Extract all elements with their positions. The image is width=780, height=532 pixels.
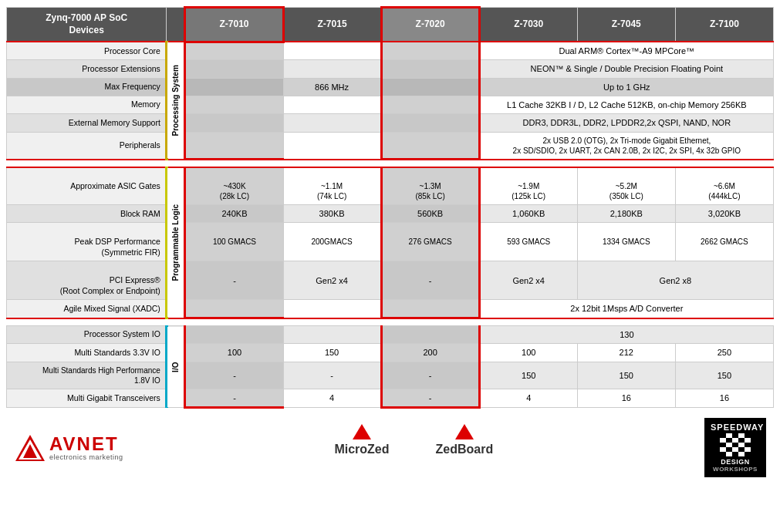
svg-rect-11	[732, 438, 738, 443]
svg-rect-16	[732, 443, 738, 447]
svg-rect-18	[745, 443, 751, 447]
speedway-flag	[711, 433, 760, 456]
pci-z7010: -	[185, 261, 283, 300]
row-asic: Approximate ASIC Gates Programmable Logi…	[7, 167, 774, 205]
pe-z7020	[381, 60, 479, 78]
pe-z7010	[185, 60, 283, 78]
pe-span: NEON™ & Single / Double Precision Floati…	[479, 60, 773, 78]
mf-z7010	[185, 78, 283, 96]
bram-z7045: 2,180KB	[577, 205, 675, 223]
label-mshp: Multi Standards High Performance 1.8V IO	[7, 362, 167, 389]
bram-z7100: 3,020KB	[675, 205, 773, 223]
mf-z7020	[381, 78, 479, 96]
row-ms33: Multi Standards 3.3V IO 100 150 200 100 …	[7, 344, 774, 362]
asic-z7015: ~1.1M (74k LC)	[283, 167, 381, 205]
psio-z7010	[185, 326, 283, 344]
svg-rect-21	[732, 447, 738, 452]
svg-rect-22	[738, 447, 745, 452]
dsp-z7100: 2662 GMACS	[675, 223, 773, 261]
ms33-z7020: 200	[381, 344, 479, 362]
spacer-row-1	[7, 160, 774, 168]
row-ext-mem: External Memory Support DDR3, DDR3L, DDR…	[7, 114, 774, 132]
header-z7010: Z-7010	[185, 8, 283, 42]
svg-rect-5	[726, 433, 732, 438]
svg-rect-15	[726, 443, 732, 447]
avnet-sub: electronics marketing	[49, 453, 123, 461]
dsp-z7015: 200GMACS	[283, 223, 381, 261]
svg-rect-17	[738, 443, 745, 447]
footer: AVNET electronics marketing MicroZed Zed…	[6, 412, 774, 480]
per-z7015	[283, 132, 381, 160]
design-text: DESIGN	[711, 458, 760, 466]
header-z7045: Z-7045	[577, 8, 675, 42]
row-max-freq: Max Frequency 866 MHz Up to 1 GHz	[7, 78, 774, 96]
svg-rect-10	[726, 438, 732, 443]
avnet-text: AVNET	[49, 435, 123, 453]
row-peripherals: Peripherals 2x USB 2.0 (OTG), 2x Tri-mod…	[7, 132, 774, 160]
row-mgt: Multi Gigabit Transceivers - 4 - 4 16 16	[7, 389, 774, 407]
label-xadc: Agile Mixed Signal (XADC)	[7, 300, 167, 318]
section-label-pl: Programmable Logic	[167, 167, 185, 318]
svg-rect-6	[732, 433, 738, 438]
svg-rect-23	[745, 447, 751, 452]
mshp-z7010: -	[185, 362, 283, 389]
header-z7015: Z-7015	[283, 8, 381, 42]
dsp-z7030: 593 GMACS	[479, 223, 577, 261]
microzed-label: MicroZed	[334, 424, 389, 456]
section-label-ps: Processing System	[167, 42, 185, 159]
pc-z7020	[381, 42, 479, 60]
row-bram: Block RAM 240KB 380KB 560KB 1,060KB 2,18…	[7, 205, 774, 223]
asic-z7100: ~6.6M (444kLC)	[675, 167, 773, 205]
per-z7010	[185, 132, 283, 160]
xadc-z7020	[381, 300, 479, 318]
label-memory: Memory	[7, 96, 167, 114]
label-proc-sys-io: Processor System IO	[7, 326, 167, 344]
mem-span: L1 Cache 32KB I / D, L2 Cache 512KB, on-…	[479, 96, 773, 114]
pc-span: Dual ARM® Cortex™-A9 MPCore™	[479, 42, 773, 60]
svg-rect-19	[720, 447, 726, 452]
pe-z7015	[283, 60, 381, 78]
svg-rect-14	[720, 443, 726, 447]
mem-z7015	[283, 96, 381, 114]
em-z7020	[381, 114, 479, 132]
mf-z7015: 866 MHz	[283, 78, 381, 96]
per-z7020	[381, 132, 479, 160]
header-device: Zynq-7000 AP SoC Devices	[7, 8, 167, 42]
svg-rect-24	[720, 452, 726, 456]
svg-rect-26	[732, 452, 738, 456]
mgt-z7030: 4	[479, 389, 577, 407]
label-proc-core: Processor Core	[7, 42, 167, 60]
row-dsp: Peak DSP Performance (Symmetric FIR) 100…	[7, 223, 774, 261]
pci-z7020: -	[381, 261, 479, 300]
bram-z7010: 240KB	[185, 205, 283, 223]
checkered-flag-icon	[720, 433, 751, 456]
bram-z7020: 560KB	[381, 205, 479, 223]
mshp-z7030: 150	[479, 362, 577, 389]
psio-z7020	[381, 326, 479, 344]
row-proc-ext: Processor Extensions NEON™ & Single / Do…	[7, 60, 774, 78]
mem-z7020	[381, 96, 479, 114]
label-mgt: Multi Gigabit Transceivers	[7, 389, 167, 407]
pci-z7030: Gen2 x4	[479, 261, 577, 300]
mf-span: Up to 1 GHz	[479, 78, 773, 96]
mem-z7010	[185, 96, 283, 114]
row-memory: Memory L1 Cache 32KB I / D, L2 Cache 512…	[7, 96, 774, 114]
zedboard-label: ZedBoard	[436, 424, 494, 456]
asic-z7010: ~430K (28k LC)	[185, 167, 283, 205]
bram-z7030: 1,060KB	[479, 205, 577, 223]
xadc-z7010	[185, 300, 283, 318]
mgt-z7100: 16	[675, 389, 773, 407]
svg-rect-12	[738, 438, 745, 443]
speedway-text: SPEEDWAY	[711, 423, 760, 432]
mshp-z7100: 150	[675, 362, 773, 389]
psio-z7015	[283, 326, 381, 344]
avnet-icon	[14, 433, 46, 463]
svg-rect-13	[745, 438, 751, 443]
mshp-z7045: 150	[577, 362, 675, 389]
bram-z7015: 380KB	[283, 205, 381, 223]
svg-rect-8	[745, 433, 751, 438]
psio-span: 130	[479, 326, 773, 344]
section-label-io: I/O	[167, 326, 185, 408]
xadc-span: 2x 12bit 1Msps A/D Converter	[479, 300, 773, 318]
header-z7100: Z-7100	[675, 8, 773, 42]
